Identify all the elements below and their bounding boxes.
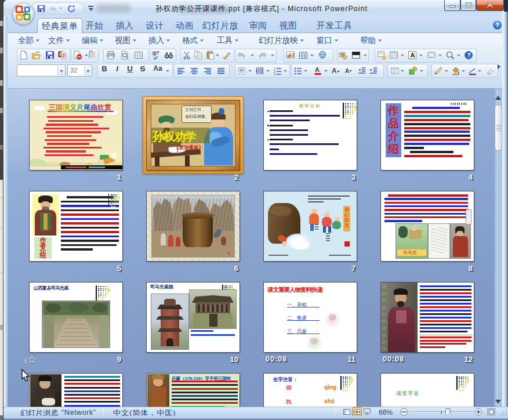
svg-text:A: A bbox=[345, 68, 349, 74]
svg-text:A: A bbox=[315, 66, 320, 73]
svg-text:A: A bbox=[411, 52, 415, 59]
svg-text:3: 3 bbox=[274, 73, 275, 76]
svg-text:?: ? bbox=[467, 52, 470, 59]
svg-text:A: A bbox=[332, 67, 337, 75]
svg-text:字: 字 bbox=[151, 51, 157, 57]
